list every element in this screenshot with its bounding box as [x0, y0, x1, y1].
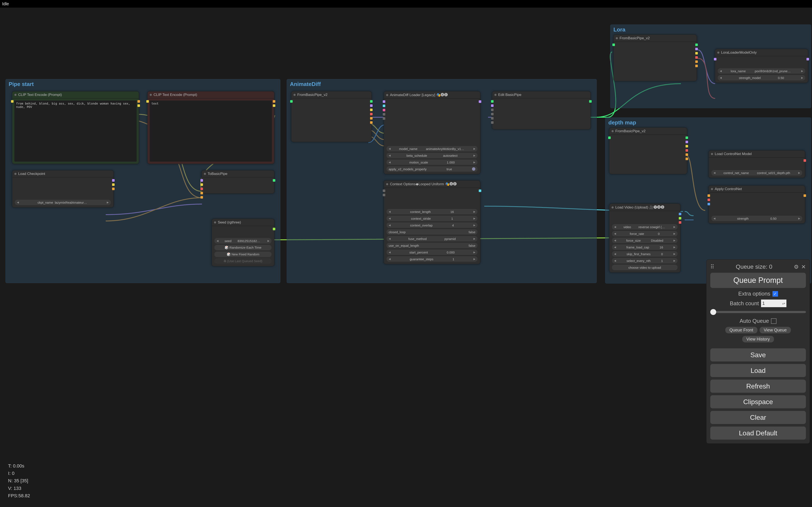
group-pipe-start[interactable]: Pipe start CLIP Text Encode (Prompt) fro…: [5, 79, 281, 283]
strength-widget[interactable]: ◀strength0.50▶: [711, 216, 802, 221]
prompt-text[interactable]: text: [150, 101, 272, 162]
strength-model-widget[interactable]: ◀strength_model0.50▶: [718, 75, 805, 80]
node-edit-basicpipe[interactable]: Edit BasicPipe: [492, 91, 591, 129]
view-queue-button[interactable]: View Queue: [760, 327, 791, 333]
node-load-video-upload[interactable]: Load Video (Upload) 🎥🅥🅗🅢 ◀videoreverse c…: [609, 204, 680, 273]
extra-options-checkbox[interactable]: ✓: [772, 291, 778, 297]
node-from-basicpipe-lora[interactable]: FromBasicPipe_v2: [613, 35, 697, 81]
node-load-checkpoint[interactable]: Load Checkpoint ◀ ckpt_namelazymixRealAm…: [12, 170, 113, 208]
node-clip-text-encode-negative[interactable]: CLIP Text Encode (Prompt) text: [147, 91, 274, 164]
node-canvas[interactable]: Pipe start CLIP Text Encode (Prompt) fro…: [0, 8, 812, 507]
model-name-widget[interactable]: ◀model_nameanimateAnyMotionBy_v10.ckpt▶: [387, 146, 477, 152]
group-lora[interactable]: Lora FromBasicPipe_v2 LoraLoaderModelOnl…: [610, 24, 811, 108]
control-net-name-widget[interactable]: ◀control_net_namecontrol_sd15_depth.pth▶: [711, 170, 802, 176]
extra-options-row[interactable]: Extra options ✓: [710, 290, 806, 297]
group-title: Pipe start: [6, 79, 280, 89]
force-rate-widget[interactable]: ◀force_rate0▶: [612, 231, 677, 236]
queue-menu[interactable]: ⠿ Queue size: 0 ⚙ ✕ Queue Prompt Extra o…: [706, 260, 810, 444]
guarantee-steps-widget[interactable]: ◀guarantee_steps1▶: [387, 256, 477, 262]
top-bar: Idle: [0, 0, 812, 8]
load-button[interactable]: Load: [710, 364, 806, 377]
node-title: CLIP Text Encode (Prompt): [12, 92, 139, 99]
choose-video-button[interactable]: choose video to upload: [612, 265, 677, 270]
prompt-text[interactable]: from behind, blond, big ass, sex, dick, …: [14, 101, 137, 162]
node-apply-controlnet[interactable]: Apply ControlNet ◀strength0.50▶: [709, 185, 805, 224]
settings-icon[interactable]: ⚙: [794, 264, 799, 270]
group-title: depth map: [605, 118, 811, 128]
auto-queue-label: Auto Queue: [740, 318, 769, 324]
force-size-widget[interactable]: ◀force_sizeDisabled▶: [612, 238, 677, 243]
frame-load-cap-widget[interactable]: ◀frame_load_cap16▶: [612, 244, 677, 250]
randomize-each-time-button[interactable]: 🎲 Randomize Each Time: [214, 245, 271, 250]
queue-front-button[interactable]: Queue Front: [725, 327, 757, 333]
node-title: FromBasicPipe_v2: [609, 128, 687, 135]
node-title: LoraLoaderModelOnly: [715, 49, 808, 56]
node-context-options[interactable]: Context Options◆Looped Uniform 🎭🅐🅓 ◀cont…: [384, 180, 480, 264]
node-title: ToBasicPipe: [202, 170, 274, 177]
video-widget[interactable]: ◀videoreverse cowgirl (1).mp4▶: [612, 224, 677, 230]
refresh-button[interactable]: Refresh: [710, 380, 806, 393]
node-title: Context Options◆Looped Uniform 🎭🅐🅓: [384, 181, 480, 188]
context-stride-widget[interactable]: ◀context_stride1▶: [387, 216, 477, 221]
node-title: Load Checkpoint: [12, 170, 113, 177]
queue-prompt-button[interactable]: Queue Prompt: [710, 273, 806, 288]
node-title: FromBasicPipe_v2: [291, 92, 371, 99]
node-from-basicpipe-depth[interactable]: FromBasicPipe_v2: [609, 128, 687, 174]
group-animatediff[interactable]: AnimateDiff FromBasicPipe_v2 AnimateDiff…: [287, 79, 597, 283]
node-title: Apply ControlNet: [709, 186, 805, 193]
batch-count-label: Batch count: [730, 300, 759, 307]
skip-first-frames-widget[interactable]: ◀skip_first_frames0▶: [612, 251, 677, 257]
node-from-basicpipe-ad[interactable]: FromBasicPipe_v2: [291, 91, 371, 142]
lora-name-widget[interactable]: ◀lora_namepov\fr0mb3h1nd_pruned.safetens…: [718, 68, 805, 74]
batch-count-input[interactable]: 1▴▾: [761, 299, 786, 307]
motion-scale-widget[interactable]: ◀motion_scale1.000▶: [387, 160, 477, 165]
save-button[interactable]: Save: [710, 348, 806, 361]
fuse-method-widget[interactable]: ◀fuse_methodpyramid▶: [387, 236, 477, 241]
load-default-button[interactable]: Load Default: [710, 427, 806, 440]
status-text: Idle: [2, 1, 9, 6]
clipspace-button[interactable]: Clipspace: [710, 395, 806, 408]
group-depth-map[interactable]: depth map FromBasicPipe_v2 Load Video (U…: [605, 117, 811, 283]
node-title: FromBasicPipe_v2: [614, 35, 697, 42]
node-title: Load Video (Upload) 🎥🅥🅗🅢: [609, 204, 680, 211]
batch-slider[interactable]: [710, 311, 806, 313]
closed-loop-widget[interactable]: closed_loopfalse: [387, 229, 477, 235]
node-animatediff-loader[interactable]: AnimateDiff Loader [Legacy] 🎭🅐🅓 ◀model_n…: [384, 91, 480, 174]
new-fixed-random-button[interactable]: 🎲 New Fixed Random: [214, 251, 271, 257]
node-title: AnimateDiff Loader [Legacy] 🎭🅐🅓: [384, 92, 480, 99]
beta-schedule-widget[interactable]: ◀beta_scheduleautoselect▶: [387, 153, 477, 158]
seed-value[interactable]: ◀seed839125151827306▶: [214, 238, 271, 243]
auto-queue-row[interactable]: Auto Queue: [710, 318, 806, 324]
start-percent-widget[interactable]: ◀start_percent0.000▶: [387, 249, 477, 255]
queue-size-label: Queue size: 0: [717, 264, 791, 270]
extra-options-label: Extra options: [738, 290, 770, 297]
node-clip-text-encode-positive[interactable]: CLIP Text Encode (Prompt) from behind, b…: [12, 91, 139, 164]
performance-stats: T: 0.00s I: 0 N: 35 [35] V: 133 FPS:58.8…: [8, 462, 30, 499]
close-icon[interactable]: ✕: [801, 264, 806, 270]
view-history-button[interactable]: View History: [742, 336, 774, 342]
group-title: AnimateDiff: [287, 79, 597, 89]
clear-button[interactable]: Clear: [710, 411, 806, 424]
stat-fps: FPS:58.82: [8, 492, 30, 499]
ckpt-name-widget[interactable]: ◀ ckpt_namelazymixRealAmateur_v40.safete…: [15, 200, 111, 205]
node-title: Seed (rgthree): [212, 219, 274, 226]
stat-v: V: 133: [8, 485, 30, 492]
node-title: Edit BasicPipe: [492, 92, 591, 99]
node-title: CLIP Text Encode (Prompt): [148, 92, 274, 99]
node-to-basicpipe[interactable]: ToBasicPipe: [202, 170, 274, 193]
stat-i: I: 0: [8, 469, 30, 477]
node-lora-loader-model-only[interactable]: LoraLoaderModelOnly ◀lora_namepov\fr0mb3…: [715, 49, 808, 83]
node-load-controlnet-model[interactable]: Load ControlNet Model ◀control_net_namec…: [709, 151, 805, 178]
use-on-equal-length-widget[interactable]: use_on_equal_lengthfalse: [387, 243, 477, 248]
stat-t: T: 0.00s: [8, 462, 30, 469]
auto-queue-checkbox[interactable]: [771, 318, 776, 324]
node-title: Load ControlNet Model: [709, 151, 805, 158]
use-last-queued-seed-button[interactable]: ♻ (Use Last Queued Seed): [214, 258, 271, 264]
node-seed-rgthree[interactable]: Seed (rgthree) ◀seed839125151827306▶ 🎲 R…: [212, 219, 274, 266]
context-overlap-widget[interactable]: ◀context_overlap4▶: [387, 222, 477, 228]
select-every-nth-widget[interactable]: ◀select_every_nth1▶: [612, 258, 677, 264]
drag-handle-icon[interactable]: ⠿: [710, 264, 714, 270]
context-length-widget[interactable]: ◀context_length16▶: [387, 209, 477, 214]
apply-v2-widget[interactable]: apply_v2_models_properlytrue: [387, 166, 477, 172]
stat-n: N: 35 [35]: [8, 477, 30, 485]
